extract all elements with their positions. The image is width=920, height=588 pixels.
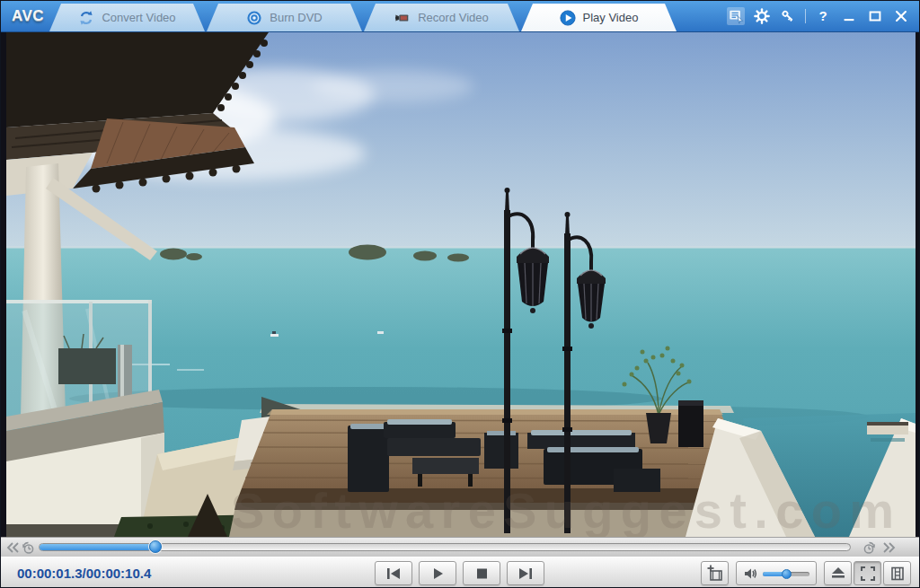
play-button[interactable] bbox=[419, 561, 456, 585]
help-label: ? bbox=[818, 7, 827, 25]
tab-play-video[interactable]: Play Video bbox=[521, 4, 677, 31]
dvd-disc-icon bbox=[246, 10, 262, 26]
filmstrip-icon bbox=[889, 565, 907, 583]
fullscreen-button[interactable] bbox=[854, 561, 881, 585]
skip-forward-icon bbox=[516, 566, 535, 581]
key-icon[interactable] bbox=[779, 7, 797, 25]
stop-icon bbox=[472, 566, 491, 581]
eject-icon bbox=[829, 565, 847, 583]
close-icon[interactable] bbox=[892, 7, 910, 25]
titlebar: AVC Convert Video Burn DVD bbox=[1, 1, 919, 32]
tab-label: Record Video bbox=[418, 11, 489, 24]
minimize-icon[interactable] bbox=[840, 7, 858, 25]
add-clip-icon bbox=[706, 565, 724, 583]
speed-down-clock-icon[interactable] bbox=[21, 540, 36, 555]
video-preview-panel: SoftwareSuggest.com bbox=[1, 32, 920, 537]
maximize-icon[interactable] bbox=[866, 7, 884, 25]
stop-button[interactable] bbox=[463, 561, 500, 585]
skip-back-icon bbox=[384, 566, 403, 581]
eject-button[interactable] bbox=[824, 561, 852, 585]
player-controls: 00:00:01.3/00:00:10.4 bbox=[1, 557, 920, 588]
next-button[interactable] bbox=[507, 561, 544, 585]
titlebar-actions: ? bbox=[727, 7, 910, 25]
tab-label: Play Video bbox=[583, 11, 639, 24]
app-logo: AVC bbox=[12, 7, 44, 25]
camcorder-icon bbox=[394, 10, 411, 26]
seek-thumb[interactable] bbox=[149, 540, 162, 553]
speed-up-clock-icon[interactable] bbox=[862, 540, 877, 555]
tab-convert-video[interactable]: Convert Video bbox=[49, 4, 205, 31]
toolbar-divider bbox=[805, 9, 806, 23]
play-icon bbox=[428, 566, 447, 581]
volume-thumb[interactable] bbox=[782, 569, 792, 579]
gear-icon[interactable] bbox=[753, 7, 771, 25]
seek-back-icon[interactable] bbox=[5, 540, 21, 555]
tab-bar: Convert Video Burn DVD Record Video bbox=[49, 4, 678, 31]
fullscreen-icon bbox=[859, 565, 877, 583]
seek-progress-fill bbox=[40, 544, 155, 550]
feedback-panel-icon[interactable] bbox=[727, 7, 745, 25]
tab-burn-dvd[interactable]: Burn DVD bbox=[207, 4, 362, 31]
speaker-box bbox=[678, 400, 703, 447]
seek-bar bbox=[1, 537, 920, 557]
tab-record-video[interactable]: Record Video bbox=[364, 4, 519, 31]
filmstrip-button[interactable] bbox=[883, 561, 911, 585]
speaker-icon[interactable] bbox=[742, 566, 760, 581]
play-circle-icon bbox=[560, 10, 576, 26]
tab-label: Burn DVD bbox=[270, 11, 323, 24]
volume-control bbox=[736, 561, 817, 585]
app-window: AVC Convert Video Burn DVD bbox=[0, 0, 920, 588]
add-to-convert-button[interactable] bbox=[701, 561, 729, 585]
previous-button[interactable] bbox=[375, 561, 412, 585]
speaker-box-top bbox=[678, 400, 703, 406]
volume-track[interactable] bbox=[763, 572, 809, 576]
tab-label: Convert Video bbox=[102, 11, 175, 24]
seek-forward-icon[interactable] bbox=[881, 540, 897, 555]
video-canvas[interactable]: SoftwareSuggest.com bbox=[6, 32, 916, 537]
seek-track[interactable] bbox=[39, 543, 851, 551]
convert-arrows-icon bbox=[78, 10, 94, 26]
time-display: 00:00:01.3/00:00:10.4 bbox=[17, 557, 151, 588]
help-button[interactable]: ? bbox=[814, 7, 832, 25]
